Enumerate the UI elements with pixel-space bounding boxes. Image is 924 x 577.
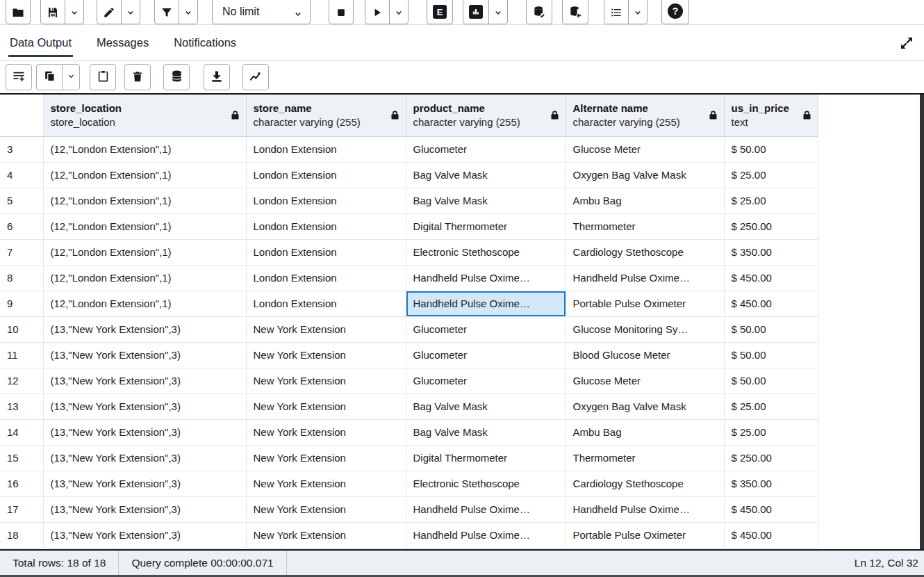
cell[interactable]: London Extension (246, 136, 406, 162)
tab-data-output[interactable]: Data Output (8, 25, 73, 60)
cell[interactable]: Bag Valve Mask (406, 419, 566, 445)
cell[interactable]: (13,"New York Extension",3) (43, 393, 246, 419)
execute-dropdown-button[interactable] (389, 0, 409, 24)
delete-row-button[interactable] (124, 64, 151, 90)
cell[interactable]: New York Extension (246, 316, 406, 342)
cell[interactable]: (13,"New York Extension",3) (43, 342, 246, 368)
cell[interactable]: $ 25.00 (724, 419, 818, 445)
cell[interactable]: Electronic Stethoscope (406, 471, 566, 496)
cell[interactable]: (12,"London Extension",1) (43, 213, 246, 239)
cell[interactable]: (13,"New York Extension",3) (43, 496, 246, 522)
cell[interactable]: Handheld Pulse Oxime… (406, 496, 566, 522)
add-row-button[interactable] (6, 64, 32, 90)
cell[interactable]: (12,"London Extension",1) (43, 162, 246, 188)
cell[interactable]: Thermometer (566, 445, 724, 471)
cell[interactable]: New York Extension (246, 342, 406, 368)
cell[interactable]: Handheld Pulse Oxime… (566, 496, 724, 522)
row-number[interactable]: 18 (0, 522, 43, 548)
cell[interactable]: (12,"London Extension",1) (43, 239, 246, 265)
stop-button[interactable] (329, 0, 354, 24)
explain-analyze-button[interactable] (463, 0, 489, 24)
cell[interactable]: London Extension (246, 213, 406, 239)
cell[interactable]: (13,"New York Extension",3) (43, 445, 246, 471)
open-file-button[interactable] (6, 0, 31, 24)
cell[interactable]: Cardiology Stethoscope (566, 239, 724, 265)
cell[interactable]: Bag Valve Mask (406, 162, 566, 188)
download-button[interactable] (204, 64, 230, 90)
cell[interactable]: Bag Valve Mask (406, 393, 566, 419)
cell[interactable]: (12,"London Extension",1) (43, 136, 246, 162)
row-number[interactable]: 3 (0, 136, 43, 162)
copy-dropdown-button[interactable] (62, 64, 80, 90)
paste-button[interactable] (90, 64, 116, 90)
cell[interactable]: New York Extension (246, 368, 406, 393)
cell[interactable]: $ 350.00 (724, 471, 818, 496)
row-number[interactable]: 10 (0, 316, 43, 342)
cell[interactable]: (13,"New York Extension",3) (43, 368, 246, 393)
column-header-alternate-name[interactable]: Alternate name character varying (255) (566, 95, 724, 136)
cell[interactable]: $ 450.00 (724, 291, 818, 316)
column-header-product-name[interactable]: product_name character varying (255) (406, 95, 566, 136)
cell[interactable]: Cardiology Stethoscope (566, 471, 724, 496)
cell[interactable]: Glucometer (406, 316, 566, 342)
cell[interactable]: $ 50.00 (724, 368, 818, 393)
copy-button[interactable] (36, 64, 63, 90)
cell[interactable]: $ 450.00 (724, 522, 818, 548)
cell[interactable]: Ambu Bag (566, 188, 724, 213)
cell[interactable]: (12,"London Extension",1) (43, 188, 246, 213)
cell[interactable]: (12,"London Extension",1) (43, 265, 246, 291)
cell[interactable]: New York Extension (246, 496, 406, 522)
cell[interactable]: New York Extension (246, 393, 406, 419)
row-number[interactable]: 4 (0, 162, 43, 188)
help-button[interactable]: ? (661, 0, 689, 24)
cell[interactable]: Glucose Meter (566, 368, 724, 393)
row-number[interactable]: 5 (0, 188, 43, 213)
filter-dropdown-button[interactable] (179, 0, 198, 24)
edit-dropdown-button[interactable] (121, 0, 140, 24)
tab-messages[interactable]: Messages (95, 25, 150, 60)
row-number[interactable]: 11 (0, 342, 43, 368)
cell[interactable]: $ 50.00 (724, 316, 818, 342)
macros-dropdown-button[interactable] (628, 0, 647, 24)
cell[interactable]: $ 350.00 (724, 239, 818, 265)
cell[interactable]: Oxygen Bag Valve Mask (566, 162, 724, 188)
cell[interactable]: $ 25.00 (724, 393, 818, 419)
limit-select[interactable]: No limit (212, 0, 311, 24)
cell[interactable]: Handheld Pulse Oxime… (406, 265, 566, 291)
cell[interactable]: Handheld Pulse Oxime… (406, 522, 566, 548)
save-dropdown-button[interactable] (65, 0, 84, 24)
cell[interactable]: Digital Thermometer (406, 445, 566, 471)
cell[interactable]: London Extension (246, 239, 406, 265)
cell[interactable]: Oxygen Bag Valve Mask (566, 393, 724, 419)
cell[interactable]: Glucose Meter (566, 136, 724, 162)
row-number[interactable]: 12 (0, 368, 43, 393)
cell[interactable]: New York Extension (246, 419, 406, 445)
vertical-scrollbar[interactable] (920, 95, 924, 549)
macros-button[interactable] (604, 0, 629, 24)
cell[interactable]: Glucometer (406, 136, 566, 162)
expand-panel-button[interactable] (898, 35, 916, 53)
row-number[interactable]: 6 (0, 213, 43, 239)
cell[interactable]: $ 25.00 (724, 188, 818, 213)
explain-analyze-dropdown-button[interactable] (488, 0, 508, 24)
cell[interactable]: $ 25.00 (724, 162, 818, 188)
cell[interactable]: London Extension (246, 265, 406, 291)
cell[interactable]: London Extension (246, 162, 406, 188)
cell[interactable]: $ 50.00 (724, 342, 818, 368)
filter-button[interactable] (154, 0, 179, 24)
column-header-us-in-price[interactable]: us_in_price text (724, 95, 818, 136)
cell[interactable]: $ 450.00 (724, 265, 818, 291)
cell[interactable]: London Extension (246, 291, 406, 316)
row-number[interactable]: 9 (0, 291, 43, 316)
edit-button[interactable] (97, 0, 122, 24)
corner-cell[interactable] (0, 95, 43, 136)
cell[interactable]: Portable Pulse Oximeter (566, 522, 724, 548)
row-number[interactable]: 14 (0, 419, 43, 445)
cell[interactable]: New York Extension (246, 445, 406, 471)
column-header-store-name[interactable]: store_name character varying (255) (246, 95, 406, 136)
row-number[interactable]: 8 (0, 265, 43, 291)
cell[interactable]: $ 250.00 (724, 213, 818, 239)
cell[interactable]: Glucometer (406, 342, 566, 368)
cell[interactable]: (13,"New York Extension",3) (43, 419, 246, 445)
cell[interactable]: Bag Valve Mask (406, 188, 566, 213)
